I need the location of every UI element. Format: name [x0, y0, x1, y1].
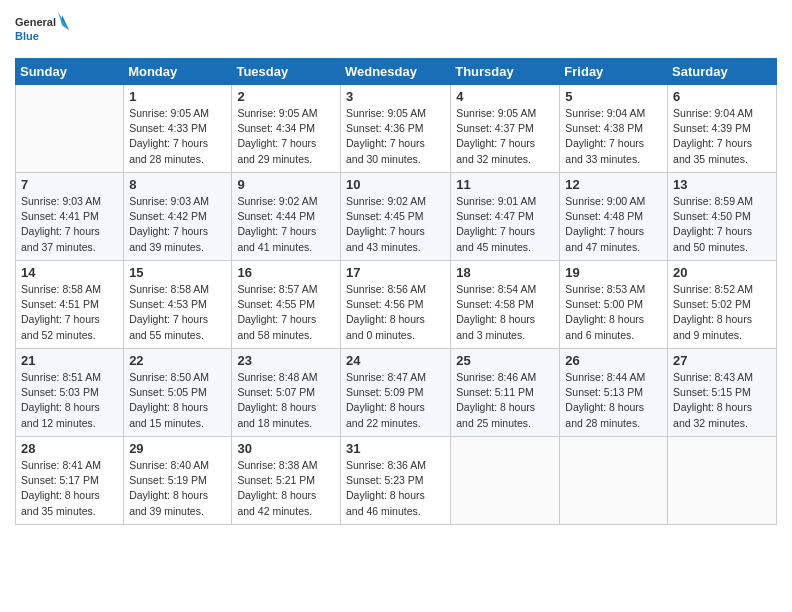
- day-number: 31: [346, 441, 445, 456]
- day-number: 29: [129, 441, 226, 456]
- weekday-header-friday: Friday: [560, 59, 668, 85]
- day-info: Sunrise: 8:59 AMSunset: 4:50 PMDaylight:…: [673, 194, 771, 255]
- day-cell: 12Sunrise: 9:00 AMSunset: 4:48 PMDayligh…: [560, 173, 668, 261]
- day-number: 1: [129, 89, 226, 104]
- svg-text:General: General: [15, 16, 56, 28]
- week-row-3: 14Sunrise: 8:58 AMSunset: 4:51 PMDayligh…: [16, 261, 777, 349]
- day-number: 15: [129, 265, 226, 280]
- day-number: 23: [237, 353, 335, 368]
- day-number: 8: [129, 177, 226, 192]
- weekday-header-thursday: Thursday: [451, 59, 560, 85]
- day-info: Sunrise: 9:03 AMSunset: 4:41 PMDaylight:…: [21, 194, 118, 255]
- day-cell: 26Sunrise: 8:44 AMSunset: 5:13 PMDayligh…: [560, 349, 668, 437]
- day-info: Sunrise: 9:05 AMSunset: 4:37 PMDaylight:…: [456, 106, 554, 167]
- day-cell: [668, 437, 777, 525]
- day-info: Sunrise: 8:57 AMSunset: 4:55 PMDaylight:…: [237, 282, 335, 343]
- day-number: 27: [673, 353, 771, 368]
- day-cell: 8Sunrise: 9:03 AMSunset: 4:42 PMDaylight…: [124, 173, 232, 261]
- day-info: Sunrise: 8:54 AMSunset: 4:58 PMDaylight:…: [456, 282, 554, 343]
- day-cell: 27Sunrise: 8:43 AMSunset: 5:15 PMDayligh…: [668, 349, 777, 437]
- calendar-table: SundayMondayTuesdayWednesdayThursdayFrid…: [15, 58, 777, 525]
- day-number: 10: [346, 177, 445, 192]
- day-info: Sunrise: 8:47 AMSunset: 5:09 PMDaylight:…: [346, 370, 445, 431]
- day-cell: 25Sunrise: 8:46 AMSunset: 5:11 PMDayligh…: [451, 349, 560, 437]
- day-cell: 16Sunrise: 8:57 AMSunset: 4:55 PMDayligh…: [232, 261, 341, 349]
- logo-svg: General Blue: [15, 10, 70, 50]
- day-cell: 20Sunrise: 8:52 AMSunset: 5:02 PMDayligh…: [668, 261, 777, 349]
- day-info: Sunrise: 8:58 AMSunset: 4:53 PMDaylight:…: [129, 282, 226, 343]
- day-cell: 18Sunrise: 8:54 AMSunset: 4:58 PMDayligh…: [451, 261, 560, 349]
- day-cell: 6Sunrise: 9:04 AMSunset: 4:39 PMDaylight…: [668, 85, 777, 173]
- day-cell: 19Sunrise: 8:53 AMSunset: 5:00 PMDayligh…: [560, 261, 668, 349]
- day-cell: 1Sunrise: 9:05 AMSunset: 4:33 PMDaylight…: [124, 85, 232, 173]
- day-cell: 4Sunrise: 9:05 AMSunset: 4:37 PMDaylight…: [451, 85, 560, 173]
- day-info: Sunrise: 9:05 AMSunset: 4:34 PMDaylight:…: [237, 106, 335, 167]
- day-info: Sunrise: 9:00 AMSunset: 4:48 PMDaylight:…: [565, 194, 662, 255]
- week-row-2: 7Sunrise: 9:03 AMSunset: 4:41 PMDaylight…: [16, 173, 777, 261]
- day-cell: 17Sunrise: 8:56 AMSunset: 4:56 PMDayligh…: [340, 261, 450, 349]
- week-row-1: 1Sunrise: 9:05 AMSunset: 4:33 PMDaylight…: [16, 85, 777, 173]
- week-row-4: 21Sunrise: 8:51 AMSunset: 5:03 PMDayligh…: [16, 349, 777, 437]
- day-cell: 30Sunrise: 8:38 AMSunset: 5:21 PMDayligh…: [232, 437, 341, 525]
- day-cell: 9Sunrise: 9:02 AMSunset: 4:44 PMDaylight…: [232, 173, 341, 261]
- weekday-header-sunday: Sunday: [16, 59, 124, 85]
- day-info: Sunrise: 9:02 AMSunset: 4:45 PMDaylight:…: [346, 194, 445, 255]
- day-cell: 7Sunrise: 9:03 AMSunset: 4:41 PMDaylight…: [16, 173, 124, 261]
- day-info: Sunrise: 9:04 AMSunset: 4:39 PMDaylight:…: [673, 106, 771, 167]
- day-number: 6: [673, 89, 771, 104]
- day-info: Sunrise: 8:58 AMSunset: 4:51 PMDaylight:…: [21, 282, 118, 343]
- day-number: 28: [21, 441, 118, 456]
- day-cell: 3Sunrise: 9:05 AMSunset: 4:36 PMDaylight…: [340, 85, 450, 173]
- day-info: Sunrise: 9:04 AMSunset: 4:38 PMDaylight:…: [565, 106, 662, 167]
- day-number: 3: [346, 89, 445, 104]
- day-number: 11: [456, 177, 554, 192]
- svg-marker-3: [58, 12, 69, 30]
- week-row-5: 28Sunrise: 8:41 AMSunset: 5:17 PMDayligh…: [16, 437, 777, 525]
- day-cell: 11Sunrise: 9:01 AMSunset: 4:47 PMDayligh…: [451, 173, 560, 261]
- day-number: 2: [237, 89, 335, 104]
- day-cell: 29Sunrise: 8:40 AMSunset: 5:19 PMDayligh…: [124, 437, 232, 525]
- day-cell: [451, 437, 560, 525]
- day-number: 9: [237, 177, 335, 192]
- day-info: Sunrise: 9:03 AMSunset: 4:42 PMDaylight:…: [129, 194, 226, 255]
- weekday-header-monday: Monday: [124, 59, 232, 85]
- day-info: Sunrise: 9:05 AMSunset: 4:33 PMDaylight:…: [129, 106, 226, 167]
- day-number: 20: [673, 265, 771, 280]
- day-cell: 23Sunrise: 8:48 AMSunset: 5:07 PMDayligh…: [232, 349, 341, 437]
- day-info: Sunrise: 8:50 AMSunset: 5:05 PMDaylight:…: [129, 370, 226, 431]
- weekday-header-tuesday: Tuesday: [232, 59, 341, 85]
- day-info: Sunrise: 8:46 AMSunset: 5:11 PMDaylight:…: [456, 370, 554, 431]
- day-number: 17: [346, 265, 445, 280]
- day-number: 24: [346, 353, 445, 368]
- day-cell: 24Sunrise: 8:47 AMSunset: 5:09 PMDayligh…: [340, 349, 450, 437]
- day-info: Sunrise: 8:52 AMSunset: 5:02 PMDaylight:…: [673, 282, 771, 343]
- day-info: Sunrise: 9:05 AMSunset: 4:36 PMDaylight:…: [346, 106, 445, 167]
- day-number: 19: [565, 265, 662, 280]
- day-number: 4: [456, 89, 554, 104]
- day-cell: [560, 437, 668, 525]
- day-info: Sunrise: 8:53 AMSunset: 5:00 PMDaylight:…: [565, 282, 662, 343]
- day-cell: 14Sunrise: 8:58 AMSunset: 4:51 PMDayligh…: [16, 261, 124, 349]
- day-cell: 21Sunrise: 8:51 AMSunset: 5:03 PMDayligh…: [16, 349, 124, 437]
- day-info: Sunrise: 8:51 AMSunset: 5:03 PMDaylight:…: [21, 370, 118, 431]
- day-info: Sunrise: 8:36 AMSunset: 5:23 PMDaylight:…: [346, 458, 445, 519]
- day-number: 16: [237, 265, 335, 280]
- day-number: 5: [565, 89, 662, 104]
- logo: General Blue: [15, 10, 70, 50]
- day-info: Sunrise: 8:44 AMSunset: 5:13 PMDaylight:…: [565, 370, 662, 431]
- svg-text:Blue: Blue: [15, 30, 39, 42]
- day-number: 7: [21, 177, 118, 192]
- day-number: 14: [21, 265, 118, 280]
- weekday-header-saturday: Saturday: [668, 59, 777, 85]
- day-number: 12: [565, 177, 662, 192]
- day-number: 13: [673, 177, 771, 192]
- weekday-header-wednesday: Wednesday: [340, 59, 450, 85]
- day-cell: 31Sunrise: 8:36 AMSunset: 5:23 PMDayligh…: [340, 437, 450, 525]
- day-cell: 2Sunrise: 9:05 AMSunset: 4:34 PMDaylight…: [232, 85, 341, 173]
- day-info: Sunrise: 8:40 AMSunset: 5:19 PMDaylight:…: [129, 458, 226, 519]
- day-info: Sunrise: 8:41 AMSunset: 5:17 PMDaylight:…: [21, 458, 118, 519]
- day-cell: 15Sunrise: 8:58 AMSunset: 4:53 PMDayligh…: [124, 261, 232, 349]
- day-cell: 10Sunrise: 9:02 AMSunset: 4:45 PMDayligh…: [340, 173, 450, 261]
- day-info: Sunrise: 9:01 AMSunset: 4:47 PMDaylight:…: [456, 194, 554, 255]
- day-info: Sunrise: 8:38 AMSunset: 5:21 PMDaylight:…: [237, 458, 335, 519]
